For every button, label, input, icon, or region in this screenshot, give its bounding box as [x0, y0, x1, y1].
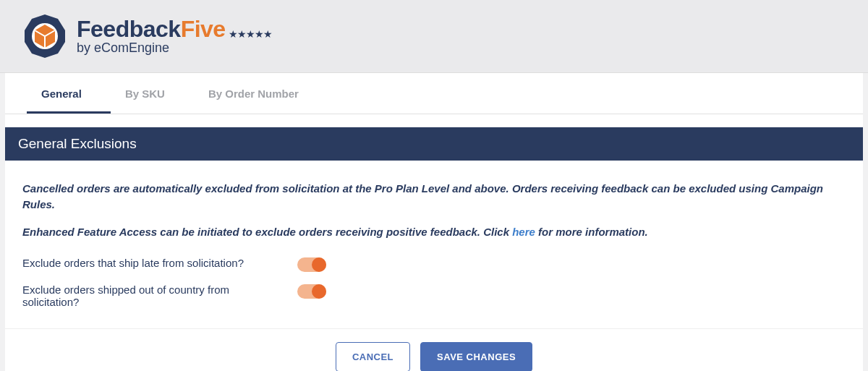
setting-exclude-late-ship: Exclude orders that ship late from solic… [22, 257, 846, 272]
toggle-exclude-out-of-country[interactable] [297, 284, 326, 299]
tab-general[interactable]: General [27, 73, 111, 114]
panel-body: Cancelled orders are automatically exclu… [5, 161, 863, 328]
setting-exclude-out-of-country: Exclude orders shipped out of country fr… [22, 283, 846, 308]
toggle-knob [312, 257, 326, 272]
setting-label: Exclude orders shipped out of country fr… [22, 283, 283, 308]
brand-subtitle: by eComEngine [77, 41, 272, 55]
action-bar: Cancel Save Changes [5, 328, 863, 371]
save-button[interactable]: Save Changes [420, 342, 532, 371]
brand-text: FeedbackFive ★★★★★ by eComEngine [77, 17, 272, 55]
settings-list: Exclude orders that ship late from solic… [22, 257, 846, 308]
star-rating-icon: ★★★★★ [229, 29, 272, 40]
feedbackfive-gear-icon [22, 13, 68, 59]
tab-bar: General By SKU By Order Number [5, 73, 863, 114]
info-paragraph-2: Enhanced Feature Access can be initiated… [22, 224, 846, 240]
info-paragraph-1: Cancelled orders are automatically exclu… [22, 181, 846, 213]
brand-logo: FeedbackFive ★★★★★ by eComEngine [22, 13, 846, 59]
toggle-knob [312, 284, 326, 299]
panel-title: General Exclusions [5, 127, 863, 161]
cancel-button[interactable]: Cancel [336, 342, 410, 371]
app-header: FeedbackFive ★★★★★ by eComEngine [0, 0, 868, 73]
toggle-exclude-late-ship[interactable] [297, 257, 326, 272]
tab-by-sku[interactable]: By SKU [111, 73, 194, 114]
setting-label: Exclude orders that ship late from solic… [22, 257, 283, 269]
brand-title: FeedbackFive [77, 17, 226, 42]
tab-by-order-number[interactable]: By Order Number [194, 73, 328, 114]
info-link-here[interactable]: here [512, 226, 535, 238]
